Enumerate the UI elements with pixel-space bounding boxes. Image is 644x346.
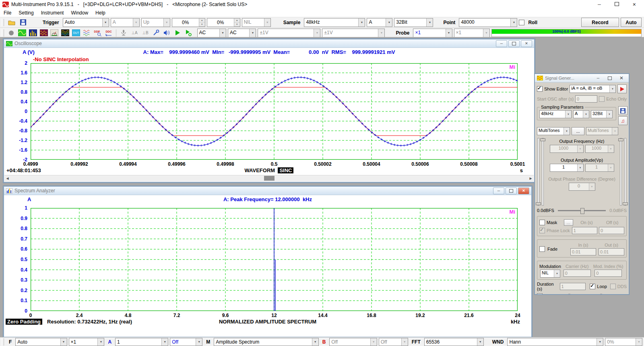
range-a-select[interactable]: ±1V▼: [258, 29, 320, 37]
close-icon[interactable]: ✕: [616, 75, 627, 81]
waveform-a-select[interactable]: MultiTones▼: [537, 127, 570, 135]
generator-rate-select[interactable]: 48kHz▼: [539, 110, 572, 118]
modulation-select[interactable]: NIL▼: [540, 270, 560, 278]
carrier-input[interactable]: 0: [564, 270, 591, 277]
roll-checkbox[interactable]: [519, 20, 524, 25]
ground-b-icon[interactable]: ⊥B: [141, 29, 150, 37]
scroll-right-icon[interactable]: ▶: [528, 175, 534, 181]
generator-bits-select[interactable]: 32Bit▼: [591, 110, 613, 118]
speaker-icon[interactable]: [162, 29, 171, 37]
close-icon[interactable]: ✕: [518, 187, 529, 194]
frequency-axis-select[interactable]: Auto▼: [15, 338, 67, 346]
range-b-select[interactable]: ±1V▼: [322, 29, 385, 37]
scroll-left-icon[interactable]: ◀: [4, 175, 10, 181]
sweep-checkbox[interactable]: [537, 293, 543, 294]
frequency-a-select[interactable]: 1000▼: [550, 145, 584, 153]
dds-checkbox[interactable]: [610, 284, 616, 289]
sweep-frequency-radio[interactable]: [567, 294, 572, 295]
monitor-indicator-icon[interactable]: [7, 29, 16, 37]
derived-data-curve-icon[interactable]: [82, 29, 91, 37]
mask-on-input[interactable]: 1: [572, 227, 597, 234]
fade-out-input[interactable]: 0.01: [599, 248, 624, 255]
output-level-b-coarse-slider[interactable]: [624, 138, 626, 206]
loop-checkbox[interactable]: [590, 284, 595, 289]
probe-b-select[interactable]: ×1▼: [454, 29, 490, 37]
sample-rate-select[interactable]: 48kHz▼: [304, 18, 365, 27]
menu-help[interactable]: Help: [92, 9, 109, 16]
x-multiplier-select[interactable]: ×1▼: [69, 338, 105, 346]
multimeter-icon[interactable]: [50, 29, 59, 37]
b-extra-select[interactable]: Off▼: [379, 338, 408, 346]
oscilloscope-icon[interactable]: [18, 29, 27, 37]
save-signal-icon[interactable]: [618, 106, 627, 115]
run-icon[interactable]: [173, 29, 182, 37]
probe-a-select[interactable]: ×1▼: [413, 29, 452, 37]
waveform-b-select[interactable]: MultiTones▼: [586, 127, 618, 135]
trigger-delay-stepper[interactable]: 0%▲▼: [207, 18, 240, 27]
open-file-icon[interactable]: [7, 18, 17, 27]
coupling-b-select[interactable]: AC▼: [228, 29, 256, 37]
mask-more-button[interactable]: ...: [564, 219, 573, 226]
overlap-select[interactable]: 0%▼: [605, 338, 642, 346]
phase-lock-checkbox[interactable]: [539, 228, 545, 233]
sample-channel-select[interactable]: A▼: [367, 18, 392, 27]
trigger-hpf-select[interactable]: NIL▼: [242, 18, 271, 27]
spectrum-analyzer-icon[interactable]: [28, 29, 37, 37]
mask-off-input[interactable]: 0: [599, 227, 624, 234]
routing-select[interactable]: iA = oA, iB = oB▼: [570, 85, 616, 93]
signal-generator-titlebar[interactable]: Signal Gener... ─ ✕: [535, 74, 629, 82]
show-editor-checkbox[interactable]: [537, 86, 543, 92]
sample-bits-select[interactable]: 32Bit▼: [394, 18, 433, 27]
point-count-select[interactable]: 48000▼: [459, 18, 517, 27]
minimize-icon[interactable]: ─: [598, 2, 601, 7]
oscilloscope-titlebar[interactable]: Oscilloscope ─ ✕: [4, 39, 534, 48]
menu-window[interactable]: Window: [67, 9, 92, 16]
maximize-icon[interactable]: [605, 75, 615, 81]
minimize-icon[interactable]: ─: [593, 75, 603, 81]
phase-select[interactable]: 0▼: [569, 183, 595, 191]
frequency-b-select[interactable]: 1000▼: [585, 145, 614, 153]
sound-check-icon[interactable]: [151, 29, 161, 37]
musical-scale-icon[interactable]: ♫: [618, 116, 627, 125]
mask-checkbox[interactable]: [539, 220, 545, 225]
fade-checkbox[interactable]: [539, 246, 545, 252]
wave-a-more-button[interactable]: ...: [572, 127, 584, 135]
trigger-source-select[interactable]: A▼: [111, 18, 140, 27]
output-level-b-fine-slider[interactable]: [620, 138, 622, 206]
ground-a-icon[interactable]: ⊥A: [130, 29, 139, 37]
spectrum-titlebar[interactable]: Spectrum Analyzer ─ ✕: [4, 187, 531, 195]
display-mode-select[interactable]: Amplitude Spectrum▼: [214, 338, 318, 346]
derived-data-point-icon[interactable]: DDP: [93, 29, 102, 37]
spectrum-3d-plot-icon[interactable]: [61, 29, 70, 37]
start-osc-input[interactable]: 0: [575, 95, 597, 103]
a-extra-select[interactable]: Off▼: [170, 338, 202, 346]
close-icon[interactable]: ×: [633, 1, 636, 8]
trigger-mode-select[interactable]: Auto▼: [63, 18, 109, 27]
sweep-amplitude-radio[interactable]: [599, 294, 604, 295]
sinc-badge[interactable]: SINC: [278, 167, 293, 173]
auto-button[interactable]: Auto: [621, 18, 642, 27]
scroll-thumb[interactable]: [264, 176, 275, 181]
output-level-a-coarse-slider[interactable]: [537, 138, 539, 206]
window-function-select[interactable]: Hann▼: [507, 338, 603, 346]
run-loop-icon[interactable]: [184, 29, 193, 37]
record-button[interactable]: Record: [581, 18, 619, 27]
trigger-level-stepper[interactable]: 0%▲▼: [172, 18, 205, 27]
close-icon[interactable]: ✕: [521, 40, 532, 47]
menu-instrument[interactable]: Instrument: [37, 9, 68, 16]
b-scale-select[interactable]: Off▼: [329, 338, 377, 346]
minimize-icon[interactable]: ─: [493, 187, 504, 194]
device-test-plan-icon[interactable]: DUT: [72, 29, 81, 37]
restore-icon[interactable]: [506, 187, 517, 194]
amplitude-b-select[interactable]: 1▼: [585, 164, 614, 172]
maximize-icon[interactable]: [615, 2, 619, 7]
generator-channel-select[interactable]: A▼: [573, 110, 589, 118]
restore-icon[interactable]: [508, 40, 520, 47]
duration-input[interactable]: 1: [560, 283, 586, 290]
signal-generator-icon[interactable]: [39, 29, 48, 37]
minimize-icon[interactable]: ─: [496, 40, 507, 47]
menu-file[interactable]: File: [0, 9, 15, 16]
mod-index-input[interactable]: 0: [594, 270, 622, 277]
input-device-icon[interactable]: [119, 29, 128, 37]
coupling-a-select[interactable]: AC▼: [197, 29, 226, 37]
